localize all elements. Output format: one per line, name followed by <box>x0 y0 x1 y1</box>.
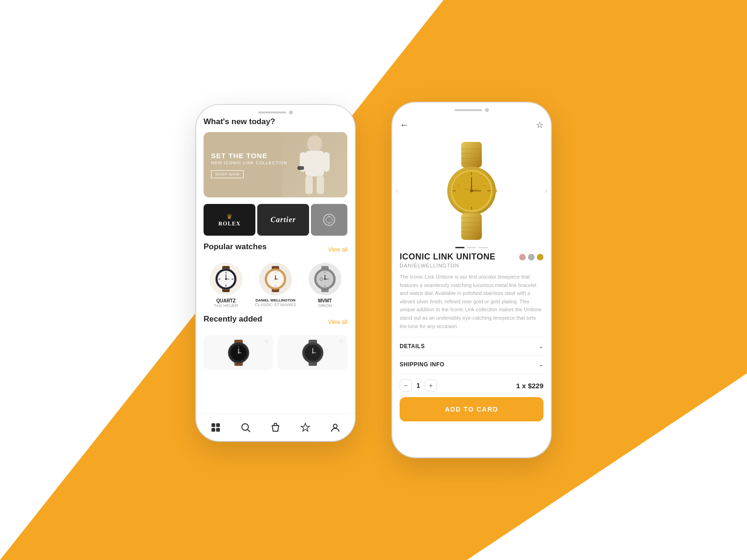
right-notch-line <box>454 109 482 111</box>
shipping-accordion[interactable]: SHIPPING INFO ⌄ <box>400 355 543 373</box>
popular-section-header: Popular watches View all <box>204 242 347 257</box>
popular-title: Popular watches <box>204 242 267 252</box>
grid-icon <box>211 422 221 433</box>
watches-row: QUARTZ TAG Heuer <box>204 263 347 308</box>
hero-image <box>282 132 347 197</box>
product-description: The Iconic Link Unitone is our first uni… <box>400 273 543 330</box>
svg-point-0 <box>307 135 322 152</box>
svg-rect-58 <box>211 428 215 432</box>
recent-card-1[interactable]: ☆ <box>204 335 273 370</box>
svg-rect-64 <box>461 142 482 168</box>
quartz-brand: TAG Heuer <box>204 303 248 308</box>
swatch-rose-gold[interactable] <box>519 254 526 260</box>
swatch-silver[interactable] <box>528 254 535 260</box>
nav-profile[interactable] <box>330 422 340 433</box>
svg-rect-5 <box>317 175 324 194</box>
svg-line-61 <box>247 429 250 432</box>
watch-mvmt-img <box>309 263 341 295</box>
svg-point-8 <box>326 217 332 223</box>
dot-1 <box>455 247 465 248</box>
recent-fav-2-icon[interactable]: ☆ <box>338 338 344 344</box>
svg-rect-89 <box>461 213 482 240</box>
recent-row: ☆ ☆ <box>204 335 347 370</box>
favorite-button[interactable]: ☆ <box>536 120 543 130</box>
brand-cartier[interactable]: Cartier <box>257 204 309 236</box>
svg-rect-74 <box>492 189 497 193</box>
crown-icon: ♛ <box>218 213 241 220</box>
swatch-gold[interactable] <box>537 254 543 260</box>
dw-name: DANIEL WELLINGTON <box>253 298 298 302</box>
shop-now-button[interactable]: SHOP NOW <box>211 170 244 178</box>
qty-value: 1 <box>416 382 420 389</box>
hero-text: SET THE TONE NEW ICONIC LINK COLLECTION … <box>211 152 288 178</box>
quantity-row: − 1 + 1 x $229 <box>400 373 543 397</box>
bag-icon <box>270 422 281 433</box>
carousel-prev-button[interactable]: ‹ <box>396 187 398 195</box>
svg-rect-56 <box>211 423 215 427</box>
details-label: DETAILS <box>400 343 425 350</box>
phone-left-content: What's new today? SET THE TONE NEW ICONI… <box>196 117 355 370</box>
popular-view-all[interactable]: View all <box>328 246 347 253</box>
recent-watch-1-icon <box>227 339 250 367</box>
product-info: ICONIC LINK UNITONE DANIELWELLINGTON The… <box>392 252 551 397</box>
watch-quartz-img <box>210 263 242 295</box>
nav-favorites[interactable] <box>300 422 310 433</box>
rolex-label: ROLEX <box>218 220 241 227</box>
svg-text:dw: dw <box>470 185 473 188</box>
details-chevron-icon: ⌄ <box>539 343 543 350</box>
add-to-card-button[interactable]: ADD TO CARD <box>400 397 543 421</box>
qty-increase-button[interactable]: + <box>425 379 437 392</box>
recent-fav-1-icon[interactable]: ☆ <box>264 338 269 344</box>
carousel-dots <box>392 247 551 248</box>
mvmt-watch-icon <box>311 265 339 293</box>
phones-container: What's new today? SET THE TONE NEW ICONI… <box>0 0 747 560</box>
whats-new-title: What's new today? <box>204 117 347 126</box>
product-image-area: ‹ <box>392 135 551 247</box>
svg-point-62 <box>333 424 337 428</box>
notch-line <box>258 112 286 113</box>
nav-bag[interactable] <box>270 422 281 433</box>
details-accordion[interactable]: DETAILS ⌄ <box>400 337 543 355</box>
watch-dw-img <box>259 263 292 295</box>
phone-right: ← ☆ ‹ <box>392 103 551 457</box>
price-display: 1 x $229 <box>516 382 543 390</box>
hero-banner: SET THE TONE NEW ICONIC LINK COLLECTION … <box>204 132 347 197</box>
watch-card-dw[interactable]: DANIEL WELLINGTON CLASSIC ST MAWES <box>253 263 298 308</box>
mvmt-brand: ORION <box>303 303 347 308</box>
product-brand: DANIELWELLINGTON <box>400 263 543 268</box>
recent-watch-2-icon <box>301 339 324 367</box>
watch-card-quartz[interactable]: QUARTZ TAG Heuer <box>204 263 248 308</box>
brand-third[interactable] <box>311 204 347 236</box>
recently-section-header: Recently added View all <box>204 315 347 329</box>
hero-title: SET THE TONE <box>211 152 288 160</box>
svg-rect-3 <box>323 152 330 172</box>
recent-card-2[interactable]: ☆ <box>278 335 347 370</box>
third-brand-icon <box>323 213 336 226</box>
svg-rect-57 <box>216 423 220 427</box>
watch-card-mvmt[interactable]: MVMT ORION <box>303 263 347 308</box>
cartier-label: Cartier <box>271 216 296 224</box>
brands-row: ♛ ROLEX Cartier <box>204 204 347 236</box>
hero-subtitle: NEW ICONIC LINK COLLECTION <box>211 161 288 165</box>
back-button[interactable]: ← <box>400 119 409 130</box>
brand-rolex[interactable]: ♛ ROLEX <box>204 204 255 236</box>
product-header: ← ☆ <box>392 115 551 135</box>
product-title-row: ICONIC LINK UNITONE <box>400 252 543 262</box>
recently-view-all[interactable]: View all <box>328 319 347 325</box>
shipping-chevron-icon: ⌄ <box>539 361 543 368</box>
search-icon <box>240 422 251 433</box>
product-watch-image: dw Daniel Wellington <box>432 140 511 242</box>
svg-rect-1 <box>305 151 324 176</box>
nav-home[interactable] <box>211 422 221 433</box>
qty-decrease-button[interactable]: − <box>400 379 412 392</box>
profile-icon <box>330 422 340 433</box>
color-swatches <box>519 254 543 260</box>
mvmt-name: MVMT <box>303 298 347 303</box>
rolex-logo: ♛ ROLEX <box>218 213 241 227</box>
carousel-next-button[interactable]: › <box>545 187 547 195</box>
nav-search[interactable] <box>240 422 251 433</box>
svg-rect-59 <box>216 428 220 432</box>
phone-right-top-bar <box>392 103 551 115</box>
phone-left: What's new today? SET THE TONE NEW ICONI… <box>196 105 355 441</box>
notch-dot <box>289 111 293 114</box>
